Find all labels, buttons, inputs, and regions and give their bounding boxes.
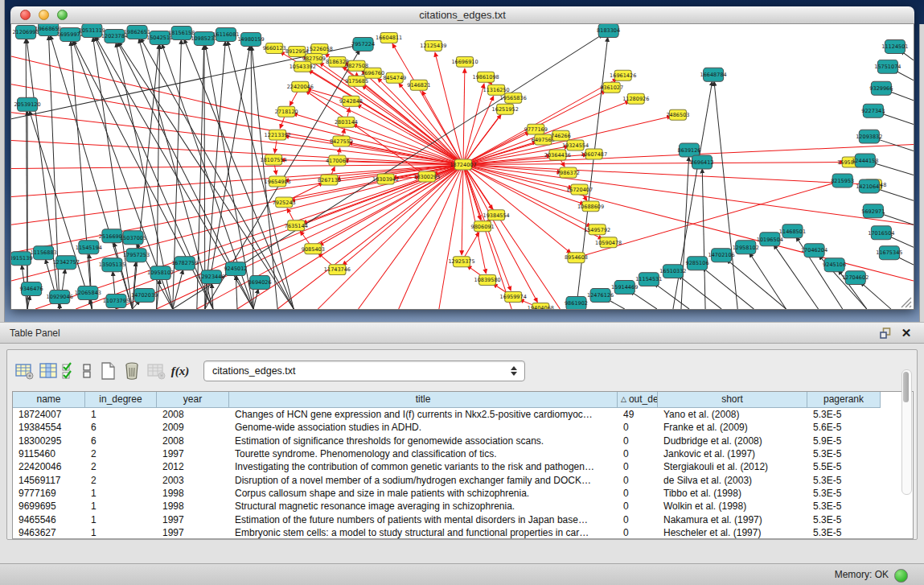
- graph-node-label: 9361027: [600, 84, 623, 91]
- column-header-pagerank[interactable]: pagerank: [807, 392, 881, 408]
- graph-node-label: 16648784: [700, 72, 727, 78]
- select-columns-icon[interactable]: [60, 359, 78, 383]
- table-row[interactable]: 969969511998Structural magnetic resonanc…: [13, 500, 913, 513]
- graph-edge: [466, 169, 561, 309]
- graph-edge: [876, 188, 914, 200]
- graph-node-label: 12476126: [587, 292, 614, 299]
- float-panel-icon[interactable]: [880, 328, 892, 340]
- graph-node-label: 8912954: [285, 48, 309, 55]
- graph-node-label: 11545194: [76, 245, 102, 251]
- graph-edge: [205, 42, 225, 309]
- status-bar: Memory: OK: [0, 563, 924, 585]
- table-cell: 5.3E-5: [807, 409, 881, 420]
- dropdown-arrows-icon: [507, 366, 524, 376]
- table-cell: 1: [85, 488, 157, 499]
- graph-node-label: 9245012: [224, 266, 247, 272]
- graph-node-label: 18303942: [372, 176, 399, 183]
- graph-node-label: 17046204: [801, 248, 827, 254]
- graph-node-label: 9346476: [20, 286, 43, 292]
- graph-node-label: 17957253: [123, 253, 150, 259]
- graph-node-label: 15751074: [874, 64, 901, 70]
- close-panel-icon[interactable]: ✕: [900, 326, 913, 340]
- table-cell: 0: [618, 461, 658, 472]
- graph-node-label: 19324554: [562, 142, 589, 149]
- table-row[interactable]: 1872400712008Changes of HCN gene express…: [13, 408, 913, 421]
- graph-node-label: 7986372: [556, 170, 580, 176]
- graph-node-label: 14980159: [237, 36, 264, 43]
- table-scrollbar-thumb[interactable]: [903, 372, 909, 402]
- function-builder-icon[interactable]: f(x): [168, 359, 192, 383]
- graph-node-label: 9085403: [302, 246, 325, 253]
- table-settings-icon[interactable]: [12, 359, 36, 383]
- graph-node-label: 7635144: [285, 223, 308, 229]
- table-cell: 0: [618, 435, 658, 447]
- graph-node-label: 11468501: [779, 229, 806, 235]
- graph-node-label: 2718120: [275, 109, 298, 115]
- graph-node-label: 14702039: [131, 292, 158, 299]
- table-row[interactable]: 946554611997Estimation of the future num…: [13, 513, 913, 525]
- table-cell: Embryonic stem cells: a model to study s…: [229, 527, 618, 538]
- network-canvas[interactable]: 1872400796601238912954152260589827509105…: [10, 24, 914, 310]
- column-header-title[interactable]: title: [229, 392, 618, 408]
- column-header-in_degree[interactable]: in_degree: [85, 392, 157, 408]
- table-cell: 0: [618, 488, 658, 499]
- table-row[interactable]: 1830029562008Estimation of significance …: [13, 435, 913, 447]
- table-row[interactable]: 911546021997Tourette syndrome. Phenomeno…: [13, 447, 913, 460]
- table-cell: 2: [85, 475, 157, 486]
- table-selector-dropdown[interactable]: citations_edges.txt: [203, 360, 525, 381]
- graph-edge: [727, 260, 786, 309]
- table-row[interactable]: 1938455462009Genome-wide association stu…: [13, 421, 913, 434]
- graph-node-label: 12093832: [856, 134, 882, 140]
- table-cell: 5.6E-5: [807, 422, 881, 433]
- graph-edge: [679, 276, 721, 309]
- graph-node-label: 16782759: [171, 260, 198, 266]
- table-row[interactable]: 2242004622012Investigating the contribut…: [13, 460, 913, 473]
- table-cell: Wolkin et al. (1998): [658, 501, 807, 512]
- graph-node-label: 11743746: [324, 266, 351, 273]
- column-header-short[interactable]: short: [658, 392, 807, 408]
- graph-node-label: 9227343: [861, 108, 885, 114]
- graph-node-label: 19404068: [528, 305, 554, 309]
- graph-node-label: 9175685: [345, 78, 368, 84]
- table-cell: 5.3E-5: [807, 475, 881, 486]
- table-panel-title: Table Panel: [10, 323, 60, 344]
- show-columns-icon[interactable]: [36, 359, 60, 383]
- table-row[interactable]: 1456911722003Disruption of a novel membe…: [13, 473, 913, 486]
- table-cell: 19384554: [13, 422, 85, 433]
- table-row[interactable]: 977716911998Corpus callosum shape and si…: [13, 487, 913, 500]
- column-header-year[interactable]: year: [157, 392, 229, 408]
- graph-node-label: 15226058: [306, 46, 333, 52]
- graph-edge: [11, 165, 458, 169]
- delete-attribute-icon[interactable]: [120, 359, 144, 383]
- graph-edge: [861, 282, 891, 309]
- window-titlebar[interactable]: citations_edges.txt: [10, 6, 914, 24]
- table-header-row: namein_degreeyeartitle△out_de…shortpager…: [13, 392, 913, 408]
- table-cell: 6: [85, 435, 157, 447]
- graph-node-label: 15914469: [611, 284, 638, 290]
- graph-node-label: 11675345: [876, 250, 902, 257]
- graph-node-label: 11124501: [881, 43, 908, 50]
- table-cell: 9115460: [13, 448, 85, 459]
- table-cell: Changes of HCN gene expression and I(f) …: [229, 409, 618, 420]
- table-body: 1872400712008Changes of HCN gene express…: [13, 408, 913, 539]
- column-header-out_de[interactable]: △out_de…: [618, 392, 658, 408]
- resize-grip-icon[interactable]: [899, 295, 912, 308]
- graph-node-label: 12125439: [420, 43, 446, 49]
- graph-edge: [872, 163, 914, 175]
- column-header-name[interactable]: name: [13, 392, 85, 408]
- graph-edge: [435, 53, 462, 159]
- graph-node-label: 9777169: [524, 126, 548, 133]
- table-row[interactable]: 946362711997Embryonic stem cells: a mode…: [13, 526, 913, 539]
- table-cell: Disruption of a novel member of a sodium…: [229, 475, 618, 486]
- new-table-icon[interactable]: [96, 359, 120, 383]
- table-scrollbar[interactable]: [901, 369, 912, 495]
- row-height-icon[interactable]: [78, 359, 96, 383]
- graph-node-label: 10688609: [577, 204, 604, 210]
- destroy-table-icon[interactable]: [144, 359, 168, 383]
- graph-node-label: 746266: [551, 133, 571, 139]
- graph-edge: [577, 38, 608, 309]
- memory-status-indicator[interactable]: [894, 569, 908, 583]
- graph-edge: [468, 133, 529, 163]
- table-cell: 6: [85, 422, 157, 433]
- table-cell: Franke et al. (2009): [658, 422, 807, 433]
